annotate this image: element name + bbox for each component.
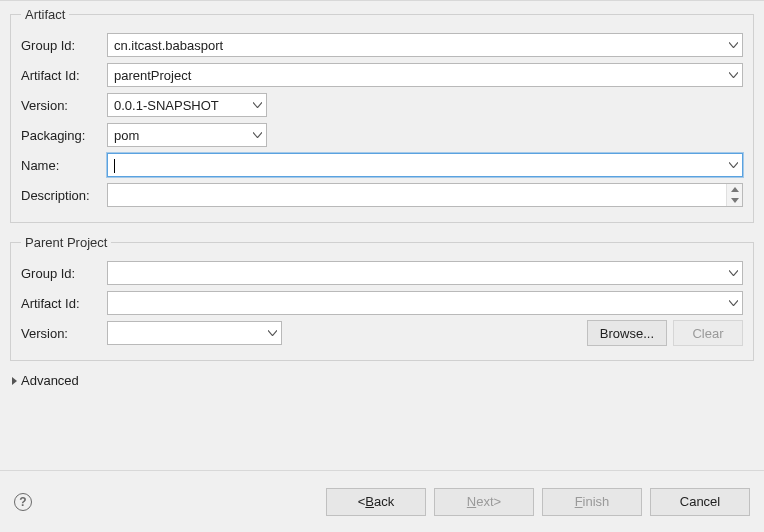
label-version: Version: [21, 98, 107, 113]
parent-artifact-id-combo[interactable] [107, 291, 743, 315]
row-description: Description: [21, 182, 743, 208]
name-value [108, 157, 724, 173]
parent-legend: Parent Project [21, 235, 111, 250]
artifact-id-combo[interactable]: parentProject [107, 63, 743, 87]
chevron-down-icon[interactable] [724, 42, 742, 48]
row-group-id: Group Id: cn.itcast.babasport [21, 32, 743, 58]
label-name: Name: [21, 158, 107, 173]
cancel-button[interactable]: Cancel [650, 488, 750, 516]
spinner-down-icon[interactable] [727, 195, 742, 206]
chevron-down-icon[interactable] [724, 162, 742, 168]
label-description: Description: [21, 188, 107, 203]
group-id-combo[interactable]: cn.itcast.babasport [107, 33, 743, 57]
label-artifact-id: Artifact Id: [21, 68, 107, 83]
finish-button[interactable]: Finish [542, 488, 642, 516]
chevron-down-icon[interactable] [248, 102, 266, 108]
next-button[interactable]: Next > [434, 488, 534, 516]
artifact-group: Artifact Group Id: cn.itcast.babasport A… [10, 7, 754, 223]
chevron-down-icon[interactable] [724, 300, 742, 306]
label-parent-version: Version: [21, 326, 107, 341]
description-textarea[interactable] [107, 183, 743, 207]
help-icon[interactable]: ? [14, 493, 32, 511]
packaging-combo[interactable]: pom [107, 123, 267, 147]
chevron-down-icon[interactable] [724, 72, 742, 78]
row-packaging: Packaging: pom [21, 122, 743, 148]
row-version: Version: 0.0.1-SNAPSHOT [21, 92, 743, 118]
chevron-down-icon[interactable] [248, 132, 266, 138]
advanced-label: Advanced [21, 373, 79, 388]
version-value: 0.0.1-SNAPSHOT [108, 98, 248, 113]
parent-group-id-combo[interactable] [107, 261, 743, 285]
row-artifact-id: Artifact Id: parentProject [21, 62, 743, 88]
text-caret [114, 159, 115, 173]
finish-mnemonic: F [575, 494, 583, 509]
chevron-down-icon[interactable] [724, 270, 742, 276]
dialog-content: Artifact Group Id: cn.itcast.babasport A… [0, 1, 764, 470]
description-value [108, 184, 726, 206]
advanced-expander[interactable]: Advanced [12, 373, 754, 388]
next-mnemonic: N [467, 494, 476, 509]
label-parent-group-id: Group Id: [21, 266, 107, 281]
row-parent-group-id: Group Id: [21, 260, 743, 286]
version-combo[interactable]: 0.0.1-SNAPSHOT [107, 93, 267, 117]
spinner-up-icon[interactable] [727, 184, 742, 195]
row-parent-artifact-id: Artifact Id: [21, 290, 743, 316]
row-name: Name: [21, 152, 743, 178]
browse-button[interactable]: Browse... [587, 320, 667, 346]
wizard-dialog: Artifact Group Id: cn.itcast.babasport A… [0, 0, 764, 532]
name-combo[interactable] [107, 153, 743, 177]
clear-button[interactable]: Clear [673, 320, 743, 346]
parent-version-combo[interactable] [107, 321, 282, 345]
artifact-legend: Artifact [21, 7, 69, 22]
description-spinner[interactable] [726, 184, 742, 206]
artifact-id-value: parentProject [108, 68, 724, 83]
label-group-id: Group Id: [21, 38, 107, 53]
triangle-right-icon [12, 377, 17, 385]
wizard-button-bar: ? < Back Next > Finish Cancel [0, 470, 764, 532]
parent-project-group: Parent Project Group Id: Artifact Id: [10, 235, 754, 361]
chevron-down-icon[interactable] [263, 330, 281, 336]
label-packaging: Packaging: [21, 128, 107, 143]
back-mnemonic: B [365, 494, 374, 509]
back-button[interactable]: < Back [326, 488, 426, 516]
row-parent-version: Version: Browse... Clear [21, 320, 743, 346]
packaging-value: pom [108, 128, 248, 143]
label-parent-artifact-id: Artifact Id: [21, 296, 107, 311]
group-id-value: cn.itcast.babasport [108, 38, 724, 53]
